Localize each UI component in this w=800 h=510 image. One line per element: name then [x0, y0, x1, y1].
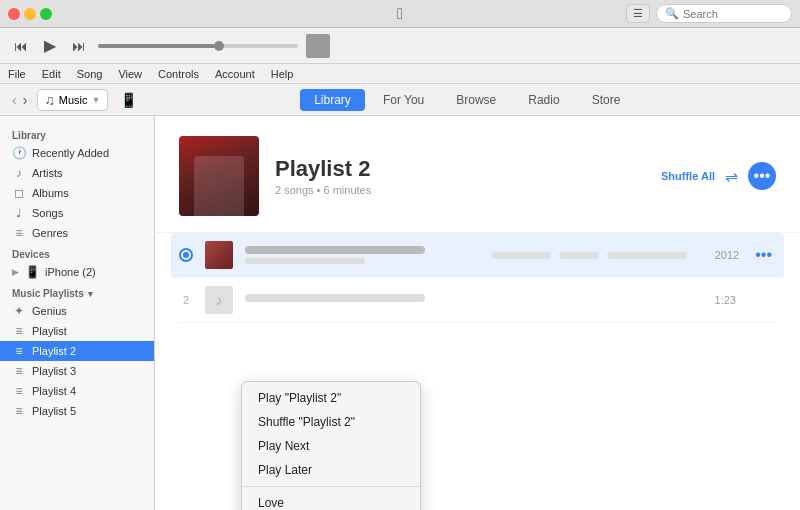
- song-row[interactable]: 2012 •••: [171, 233, 784, 278]
- sidebar-item-playlist5[interactable]: ≡ Playlist 5: [0, 401, 154, 421]
- menu-view[interactable]: View: [118, 68, 142, 80]
- title-bar:  ☰ 🔍: [0, 0, 800, 28]
- tab-browse[interactable]: Browse: [442, 89, 510, 111]
- song-info: [245, 294, 684, 306]
- list-view-btn[interactable]: ☰: [626, 4, 650, 23]
- search-input[interactable]: [683, 8, 783, 20]
- sidebar-label-recently-added: Recently Added: [32, 147, 109, 159]
- playlist3-icon: ≡: [12, 364, 26, 378]
- playlist4-icon: ≡: [12, 384, 26, 398]
- sidebar-item-iphone[interactable]: ▶ 📱 iPhone (2): [0, 262, 154, 282]
- meta-bar-3: [607, 252, 687, 259]
- menu-file[interactable]: File: [8, 68, 26, 80]
- forward-button[interactable]: ⏭: [68, 36, 90, 56]
- playlist5-icon: ≡: [12, 404, 26, 418]
- phone-icon: 📱: [120, 92, 137, 108]
- playlist-header: Playlist 2 2 songs • 6 minutes Shuffle A…: [155, 116, 800, 233]
- ctx-separator-1: [242, 486, 420, 487]
- sidebar-item-playlist2[interactable]: ≡ Playlist 2: [0, 341, 154, 361]
- progress-thumb: [214, 41, 224, 51]
- minimize-button[interactable]: [24, 8, 36, 20]
- ctx-love[interactable]: Love: [242, 491, 420, 510]
- sidebar-item-playlist[interactable]: ≡ Playlist: [0, 321, 154, 341]
- nav-arrows: ‹ ›: [10, 90, 29, 110]
- cover-art-inner: [179, 136, 259, 216]
- sidebar: Library 🕐 Recently Added ♪ Artists ◻ Alb…: [0, 116, 155, 510]
- ctx-shuffle-playlist[interactable]: Shuffle "Playlist 2": [242, 410, 420, 434]
- nav-tabs: Library For You Browse Radio Store: [300, 89, 634, 111]
- tab-store[interactable]: Store: [578, 89, 635, 111]
- window-controls: [8, 8, 52, 20]
- close-button[interactable]: [8, 8, 20, 20]
- playlist2-icon: ≡: [12, 344, 26, 358]
- ctx-play-next[interactable]: Play Next: [242, 434, 420, 458]
- menu-edit[interactable]: Edit: [42, 68, 61, 80]
- song-art-note: ♪: [205, 286, 233, 314]
- library-section-title: Library: [0, 124, 154, 143]
- nav-bar: ‹ › ♫ Music ▼ 📱 Library For You Browse R…: [0, 84, 800, 116]
- playlists-section-title: Music Playlists ▾: [0, 282, 154, 301]
- music-note-icon: ♫: [44, 92, 55, 108]
- song-meta: [491, 252, 687, 259]
- sidebar-item-genres[interactable]: ≡ Genres: [0, 223, 154, 243]
- genres-icon: ≡: [12, 226, 26, 240]
- genius-icon: ✦: [12, 304, 26, 318]
- main-layout: Library 🕐 Recently Added ♪ Artists ◻ Alb…: [0, 116, 800, 510]
- album-icon: ◻: [12, 186, 26, 200]
- sidebar-label-playlist4: Playlist 4: [32, 385, 76, 397]
- sidebar-label-albums: Albums: [32, 187, 69, 199]
- playlist-meta: 2 songs • 6 minutes: [275, 184, 645, 196]
- menu-controls[interactable]: Controls: [158, 68, 199, 80]
- playlist-actions: Shuffle All ⇌ •••: [661, 162, 776, 190]
- song-more-button[interactable]: •••: [751, 246, 776, 264]
- ctx-play-playlist[interactable]: Play "Playlist 2": [242, 386, 420, 410]
- note-icon: ♩: [12, 206, 26, 220]
- progress-bar[interactable]: [98, 44, 298, 48]
- playing-dot: [183, 252, 189, 258]
- clock-icon: 🕐: [12, 146, 26, 160]
- play-button[interactable]: ▶: [40, 34, 60, 57]
- more-options-button[interactable]: •••: [748, 162, 776, 190]
- sidebar-item-songs[interactable]: ♩ Songs: [0, 203, 154, 223]
- song-duration: 1:23: [696, 294, 736, 306]
- meta-bar-2: [559, 252, 599, 259]
- menu-help[interactable]: Help: [271, 68, 294, 80]
- context-menu: Play "Playlist 2" Shuffle "Playlist 2" P…: [241, 381, 421, 510]
- sidebar-label-playlist3: Playlist 3: [32, 365, 76, 377]
- sidebar-item-genius[interactable]: ✦ Genius: [0, 301, 154, 321]
- back-button[interactable]: ‹: [10, 90, 19, 110]
- playlist-icon: ≡: [12, 324, 26, 338]
- tab-for-you[interactable]: For You: [369, 89, 438, 111]
- sidebar-item-playlist4[interactable]: ≡ Playlist 4: [0, 381, 154, 401]
- devices-section-title: Devices: [0, 243, 154, 262]
- ctx-play-later[interactable]: Play Later: [242, 458, 420, 482]
- sidebar-label-playlist2: Playlist 2: [32, 345, 76, 357]
- meta-bar-1: [491, 252, 551, 259]
- menu-song[interactable]: Song: [77, 68, 103, 80]
- song-artist-placeholder: [245, 258, 365, 264]
- maximize-button[interactable]: [40, 8, 52, 20]
- tab-radio[interactable]: Radio: [514, 89, 573, 111]
- sidebar-label-artists: Artists: [32, 167, 63, 179]
- cover-figure: [194, 156, 244, 216]
- playlists-title-text: Music Playlists: [12, 288, 84, 299]
- song-art: [205, 241, 233, 269]
- search-icon: 🔍: [665, 7, 679, 20]
- forward-button-nav[interactable]: ›: [21, 90, 30, 110]
- progress-fill: [98, 44, 218, 48]
- menu-account[interactable]: Account: [215, 68, 255, 80]
- song-info: [245, 246, 479, 264]
- sidebar-item-artists[interactable]: ♪ Artists: [0, 163, 154, 183]
- source-selector[interactable]: ♫ Music ▼: [37, 89, 107, 111]
- shuffle-all-button[interactable]: Shuffle All: [661, 170, 715, 182]
- sidebar-item-recently-added[interactable]: 🕐 Recently Added: [0, 143, 154, 163]
- rewind-button[interactable]: ⏮: [10, 36, 32, 56]
- sidebar-label-playlist5: Playlist 5: [32, 405, 76, 417]
- song-row[interactable]: 2 ♪ 1:23: [179, 278, 776, 323]
- sidebar-label-genius: Genius: [32, 305, 67, 317]
- sidebar-item-playlist3[interactable]: ≡ Playlist 3: [0, 361, 154, 381]
- search-box[interactable]: 🔍: [656, 4, 792, 23]
- sidebar-item-albums[interactable]: ◻ Albums: [0, 183, 154, 203]
- tab-library[interactable]: Library: [300, 89, 365, 111]
- playing-indicator: [179, 248, 193, 262]
